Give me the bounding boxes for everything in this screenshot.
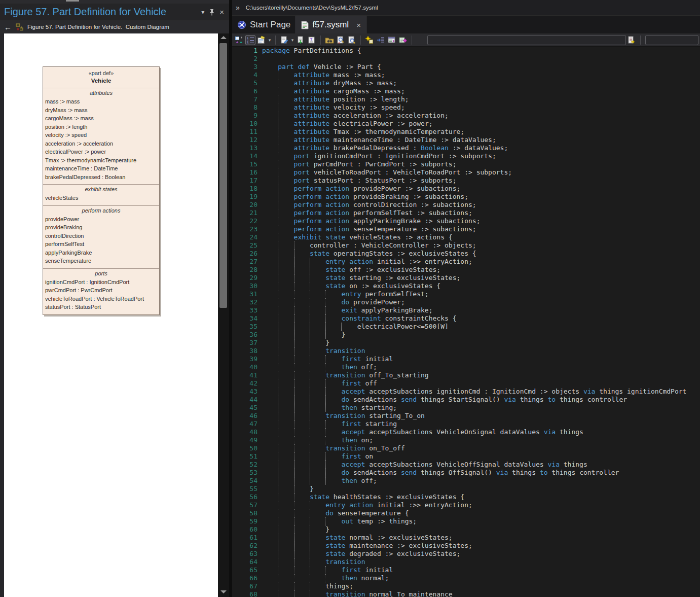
code-line[interactable]: 3part def Vehicle :> Part {	[232, 63, 700, 71]
diagram-vertical-scrollbar[interactable]	[218, 33, 229, 597]
code-line[interactable]: 37}	[232, 339, 700, 347]
tab-f57-sysml[interactable]: f57.sysml ×	[296, 16, 366, 33]
script-window-icon[interactable]	[387, 35, 397, 45]
code-line[interactable]: 39first initial	[232, 355, 700, 363]
line-numbers-icon[interactable]: 123	[245, 35, 255, 45]
code-line[interactable]: 31entry performSelfTest;	[232, 290, 700, 298]
code-line[interactable]: 13attribute brakePedalDepressed : Boolea…	[232, 144, 700, 152]
scroll-up-button[interactable]	[220, 36, 227, 39]
scroll-down-button[interactable]	[220, 590, 227, 593]
code-line[interactable]: 54then off;	[232, 477, 700, 485]
tab-start-page[interactable]: Start Page	[232, 16, 296, 33]
code-line[interactable]: 40then off;	[232, 363, 700, 371]
template-file-icon[interactable]: T	[307, 35, 317, 45]
code-line[interactable]: 25controller : VehicleController :> obje…	[232, 241, 700, 250]
code-line[interactable]: 36}	[232, 331, 700, 339]
code-line[interactable]: 45then starting;	[232, 404, 700, 412]
goto-line-icon[interactable]	[627, 35, 637, 45]
code-line[interactable]: 22perform action applyParkingBrake :> su…	[232, 217, 700, 225]
code-line[interactable]: 56state healthStates :> exclusiveStates …	[232, 493, 700, 501]
code-line[interactable]: 44do sendActions send things StartSignal…	[232, 396, 700, 404]
code-line[interactable]: 17port statusPort : StatusPort :> subpor…	[232, 177, 700, 185]
code-line[interactable]: 67things;	[232, 582, 700, 590]
edit-list-icon[interactable]	[256, 35, 267, 45]
code-line[interactable]: 28state off :> exclusiveStates;	[232, 266, 700, 274]
code-line[interactable]: 68transition normal_To_maintenance	[232, 590, 700, 597]
code-line[interactable]: 20perform action controlDirection :> sub…	[232, 201, 700, 209]
scroll-thumb[interactable]	[219, 43, 227, 308]
code-line[interactable]: 5attribute dryMass :> mass;	[232, 79, 700, 87]
indent-format-icon[interactable]	[376, 35, 386, 45]
code-line[interactable]: 7attribute position :> length;	[232, 95, 700, 103]
code-line[interactable]: 51first on	[232, 452, 700, 461]
edit-source-icon[interactable]	[279, 35, 289, 45]
search-results-icon[interactable]	[347, 35, 357, 45]
code-line[interactable]: 34constraint constraintChecks {	[232, 314, 700, 323]
code-line[interactable]: 12attribute maintenanceTime : DateTime :…	[232, 136, 700, 144]
code-line[interactable]: 9attribute acceleration :> acceleration;	[232, 112, 700, 120]
code-line[interactable]: 26state operatingStates :> exclusiveStat…	[232, 250, 700, 258]
code-line[interactable]: 60}	[232, 525, 700, 534]
debug-options-icon[interactable]	[398, 35, 408, 45]
code-line[interactable]: 48accept acceptSubactions VehicleOnSigna…	[232, 428, 700, 436]
code-line[interactable]: 53do sendActions send things OffSignal()…	[232, 469, 700, 477]
code-line[interactable]: 50transition on_To_off	[232, 444, 700, 452]
import-file-icon[interactable]	[296, 35, 306, 45]
code-editor[interactable]: 1package PartDefinitions {23part def Veh…	[232, 47, 700, 597]
code-line[interactable]: 61state normal :> exclusiveStates;	[232, 534, 700, 542]
code-line[interactable]: 4attribute mass :> mass;	[232, 71, 700, 79]
find-in-files-icon[interactable]	[324, 35, 335, 45]
back-arrow-icon[interactable]: ←	[4, 23, 12, 31]
tab-close-icon[interactable]: ×	[356, 21, 361, 29]
panel-menu-caret-icon[interactable]: ▾	[201, 9, 204, 15]
code-line[interactable]: 2	[232, 55, 700, 63]
code-line[interactable]: 35electricalPower<=500[W]	[232, 323, 700, 331]
search-field[interactable]	[427, 35, 626, 45]
dropdown-caret-icon[interactable]: ▾	[267, 38, 272, 43]
code-line[interactable]: 43accept acceptSubactions ignitionCmd : …	[232, 388, 700, 396]
sync-diagram-icon[interactable]	[234, 35, 244, 45]
new-element-icon[interactable]	[364, 35, 375, 45]
pin-icon[interactable]	[209, 9, 215, 16]
overflow-chevron-icon[interactable]: »	[236, 4, 240, 12]
code-line[interactable]: 18perform action providePower :> subacti…	[232, 185, 700, 193]
code-line[interactable]: 64transition	[232, 558, 700, 566]
code-line[interactable]: 59out temp :> things;	[232, 517, 700, 525]
code-line[interactable]: 27entry action initial :>> entryAction;	[232, 258, 700, 266]
search-file-icon[interactable]	[336, 35, 346, 45]
panel-close-icon[interactable]: ×	[219, 9, 224, 15]
code-line[interactable]: 11attribute Tmax :> thermodynamicTempera…	[232, 128, 700, 136]
code-line[interactable]: 46transition starting_To_on	[232, 412, 700, 420]
code-line[interactable]: 58do senseTemperature {	[232, 509, 700, 517]
code-line[interactable]: 23perform action senseTemperature :> sub…	[232, 225, 700, 233]
dropdown-caret-icon[interactable]: ▾	[290, 38, 295, 43]
code-line[interactable]: 14port ignitionCmdPort : IgnitionCmdPort…	[232, 152, 700, 160]
code-line[interactable]: 38transition	[232, 347, 700, 355]
code-line[interactable]: 10attribute electricalPower :> power;	[232, 120, 700, 128]
code-line[interactable]: 1package PartDefinitions {	[232, 47, 700, 55]
filter-field[interactable]	[645, 35, 698, 45]
code-line[interactable]: 24exhibit state vehicleStates :> actions…	[232, 233, 700, 241]
code-line[interactable]: 42first off	[232, 379, 700, 388]
code-line[interactable]: 15port pwrCmdPort : PwrCmdPort :> subpor…	[232, 160, 700, 168]
code-line[interactable]: 33exit applyParkingBrake;	[232, 306, 700, 314]
code-line[interactable]: 6attribute cargoMass :> mass;	[232, 87, 700, 95]
code-line[interactable]: 16port vehicleToRoadPort : VehicleToRoad…	[232, 168, 700, 177]
code-line[interactable]: 19perform action provideBraking :> subac…	[232, 193, 700, 201]
code-line[interactable]: 65first initial	[232, 566, 700, 574]
code-line[interactable]: 63state degraded :> exclusiveStates;	[232, 550, 700, 558]
part-def-vehicle-box[interactable]: «part def» Vehicle attributesmass :> mas…	[43, 66, 160, 315]
code-line[interactable]: 32do providePower;	[232, 298, 700, 306]
code-line[interactable]: 52accept acceptSubactions VehicleOffSign…	[232, 461, 700, 469]
code-line[interactable]: 30state on :> exclusiveStates {	[232, 282, 700, 290]
code-line[interactable]: 41transition off_To_starting	[232, 371, 700, 379]
code-line[interactable]: 8attribute velocity :> speed;	[232, 103, 700, 112]
code-line[interactable]: 49then on;	[232, 436, 700, 444]
code-line[interactable]: 47first starting	[232, 420, 700, 428]
code-line[interactable]: 66then normal;	[232, 574, 700, 582]
code-line[interactable]: 29state starting :> exclusiveStates;	[232, 274, 700, 282]
code-line[interactable]: 21perform action performSelfTest :> suba…	[232, 209, 700, 217]
code-line[interactable]: 55}	[232, 485, 700, 493]
code-line[interactable]: 57entry action initial :>> entryAction;	[232, 501, 700, 509]
code-line[interactable]: 62state maintenance :> exclusiveStates;	[232, 542, 700, 550]
